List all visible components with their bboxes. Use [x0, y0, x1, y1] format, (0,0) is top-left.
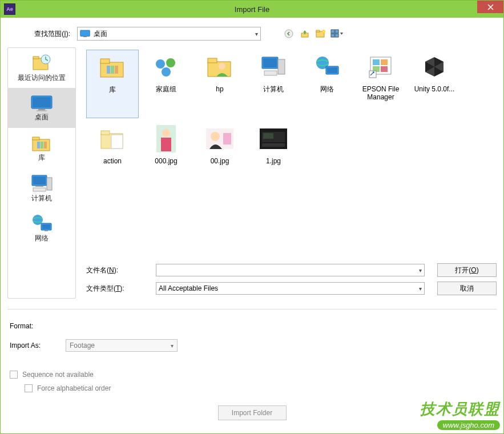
svg-rect-68 — [262, 143, 285, 147]
file-label: 家庭组 — [156, 85, 176, 93]
sidebar-item-label: 最近访问的位置 — [18, 74, 66, 82]
import-as-label: Import As: — [10, 341, 66, 349]
window-title: Import File — [235, 5, 269, 14]
svg-rect-16 — [38, 108, 45, 110]
svg-rect-33 — [100, 59, 110, 63]
titlebar: Ae Import File — [1, 1, 503, 18]
file-label: 000.jpg — [155, 157, 177, 165]
chevron-down-icon: ▾ — [171, 343, 174, 349]
svg-rect-30 — [42, 224, 50, 229]
svg-rect-10 — [335, 34, 338, 37]
app-icon: Ae — [4, 3, 15, 15]
folder-icon — [99, 55, 126, 79]
file-label: action — [103, 157, 122, 165]
sidebar-item-desktop[interactable]: 桌面 — [8, 88, 75, 128]
svg-rect-36 — [115, 66, 118, 74]
sequence-checkbox[interactable] — [10, 371, 18, 379]
filetype-combo[interactable]: All Acceptable Files▾ — [156, 282, 425, 295]
file-label: Unity 5.0.0f... — [414, 85, 455, 93]
file-item-homegroup[interactable]: 家庭组 — [140, 50, 192, 118]
network-icon — [313, 55, 341, 79]
up-button[interactable] — [299, 27, 311, 40]
shortcut-icon — [367, 55, 394, 79]
file-item-00jpg[interactable]: 00.jpg — [193, 122, 246, 190]
file-item-computer[interactable]: 计算机 — [247, 50, 300, 118]
open-button[interactable]: 打开(O) — [437, 263, 497, 277]
format-label: Format: — [10, 322, 66, 330]
import-as-combo[interactable]: Footage▾ — [66, 339, 178, 352]
svg-rect-54 — [381, 66, 388, 72]
svg-point-63 — [211, 132, 220, 141]
watermark-title: 技术员联盟 — [420, 399, 500, 419]
svg-point-2 — [285, 30, 293, 38]
file-label: 库 — [109, 86, 116, 94]
view-menu-icon — [330, 29, 343, 38]
file-list[interactable]: 库 家庭组 hp 计算机 — [82, 47, 497, 299]
svg-rect-1 — [83, 37, 87, 38]
file-item-action[interactable]: action — [86, 122, 139, 190]
file-item-network[interactable]: 网络 — [301, 50, 353, 118]
sidebar-item-computer[interactable]: 计算机 — [8, 168, 75, 208]
file-item-unity[interactable]: Unity 5.0.0f... — [408, 50, 461, 118]
svg-rect-5 — [316, 30, 320, 32]
view-menu-button[interactable] — [330, 27, 343, 40]
sidebar-item-label: 计算机 — [31, 195, 52, 202]
file-item-000jpg[interactable]: 000.jpg — [140, 122, 192, 190]
svg-rect-25 — [47, 178, 52, 190]
file-label: 1.jpg — [266, 157, 281, 165]
svg-rect-58 — [111, 135, 123, 148]
sidebar-item-libraries[interactable]: 库 — [8, 128, 75, 168]
svg-point-42 — [219, 63, 225, 70]
filename-input[interactable]: ▾ — [156, 264, 425, 276]
image-icon — [156, 125, 176, 152]
svg-rect-67 — [263, 133, 273, 139]
computer-icon — [260, 55, 287, 79]
sidebar-item-label: 网络 — [35, 235, 49, 242]
image-icon — [260, 128, 287, 149]
svg-rect-24 — [33, 176, 46, 184]
sequence-checkbox-row: Sequence not available — [10, 368, 494, 381]
svg-rect-57 — [101, 131, 110, 135]
svg-rect-34 — [107, 66, 110, 74]
close-icon — [487, 4, 494, 10]
file-label: 计算机 — [263, 85, 284, 93]
svg-rect-9 — [331, 34, 334, 37]
libraries-icon — [30, 134, 53, 153]
svg-rect-22 — [44, 142, 47, 148]
chevron-down-icon: ▾ — [255, 31, 258, 37]
file-item-hp[interactable]: hp — [193, 50, 246, 118]
svg-rect-12 — [33, 57, 39, 59]
sidebar-item-network[interactable]: 网络 — [8, 208, 75, 248]
cancel-button[interactable]: 取消 — [437, 282, 497, 295]
file-item-libraries[interactable]: 库 — [86, 50, 139, 118]
computer-icon — [30, 173, 54, 194]
back-button[interactable] — [283, 27, 295, 40]
file-item-1jpg[interactable]: 1.jpg — [247, 122, 300, 190]
svg-rect-17 — [37, 110, 47, 111]
up-icon — [300, 29, 309, 38]
svg-rect-19 — [33, 137, 39, 140]
homegroup-icon — [152, 55, 180, 79]
close-button[interactable] — [477, 1, 503, 13]
sidebar-item-label: 库 — [38, 154, 45, 162]
import-folder-button[interactable]: Import Folder — [218, 405, 287, 420]
svg-rect-31 — [45, 230, 48, 231]
filetype-label: 文件类型(T): — [82, 284, 156, 294]
new-folder-button[interactable] — [315, 27, 327, 40]
lookin-label: 查找范围(I): — [7, 29, 70, 39]
chevron-down-icon: ▾ — [419, 286, 422, 292]
svg-rect-41 — [208, 58, 217, 63]
sidebar-item-label: 桌面 — [35, 114, 49, 121]
image-icon — [206, 128, 233, 149]
folder-icon — [99, 127, 126, 151]
svg-rect-15 — [33, 97, 51, 107]
lookin-combo[interactable]: 桌面 ▾ — [77, 27, 261, 41]
svg-rect-52 — [381, 59, 388, 65]
new-folder-icon — [316, 29, 326, 38]
svg-point-39 — [162, 67, 171, 77]
alpha-checkbox[interactable] — [25, 384, 33, 392]
sequence-label: Sequence not available — [22, 371, 94, 379]
sidebar-item-recent[interactable]: 最近访问的位置 — [8, 48, 75, 88]
file-item-epson[interactable]: EPSON File Manager — [354, 50, 407, 118]
alpha-label: Force alphabetical order — [37, 384, 111, 392]
